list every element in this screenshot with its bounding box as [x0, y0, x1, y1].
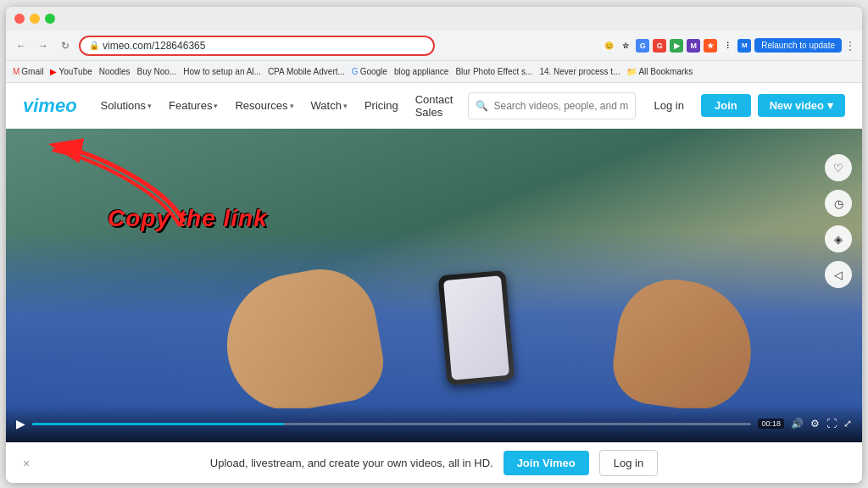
- play-button[interactable]: ▶: [16, 417, 25, 430]
- nav-contact-sales[interactable]: Contact Sales: [409, 90, 460, 122]
- browser-actions: 😊 ☆ G G ▶ M ★ ⋮ M Relaunch to update ⋮: [602, 38, 855, 53]
- ext4[interactable]: M: [687, 39, 700, 53]
- bookmark-blog[interactable]: blog appliance: [394, 67, 449, 76]
- ext3[interactable]: ▶: [670, 39, 683, 53]
- bookmark-youtube[interactable]: ▶ YouTube: [50, 67, 92, 76]
- chevron-down-icon: ▾: [147, 102, 152, 110]
- bookmark-gmail[interactable]: M Gmail: [13, 67, 43, 76]
- ext5[interactable]: ★: [704, 39, 717, 53]
- search-input[interactable]: [493, 100, 627, 112]
- video-sidebar-icons: ♡ ◷ ◈ ◁: [825, 154, 852, 288]
- vimeo-logo[interactable]: vimeo: [23, 95, 77, 117]
- emoji-icon: 😊: [602, 39, 615, 53]
- ext6[interactable]: ⋮: [721, 39, 734, 53]
- nav-solutions[interactable]: Solutions ▾: [94, 96, 159, 115]
- bottom-signup-banner: × Upload, livestream, and create your ow…: [6, 442, 862, 483]
- minimize-window-button[interactable]: [30, 14, 40, 24]
- like-icon-button[interactable]: ♡: [825, 154, 852, 181]
- share-icon-button[interactable]: ◁: [825, 261, 852, 288]
- banner-text-area: Upload, livestream, and create your own …: [210, 450, 658, 476]
- nav-pricing[interactable]: Pricing: [358, 96, 405, 115]
- bookmark-buy[interactable]: Buy Noo...: [136, 67, 176, 76]
- close-window-button[interactable]: [14, 14, 25, 24]
- settings-icon[interactable]: ⚙: [810, 418, 820, 430]
- close-banner-button[interactable]: ×: [23, 457, 30, 470]
- chevron-down-icon: ▾: [290, 102, 294, 110]
- title-bar: [6, 7, 862, 30]
- nav-features[interactable]: Features ▾: [162, 96, 225, 115]
- chevron-down-icon: ▾: [214, 102, 218, 110]
- volume-button[interactable]: 🔊: [791, 418, 804, 430]
- nav-links: Solutions ▾ Features ▾ Resources ▾ Watch…: [94, 90, 460, 122]
- login-button[interactable]: Log in: [644, 94, 694, 117]
- relaunch-menu-icon[interactable]: ⋮: [845, 40, 855, 52]
- ext1[interactable]: G: [636, 39, 649, 53]
- video-controls-bar: ▶ 00:18 🔊 ⚙ ⛶ ⤢: [6, 405, 862, 442]
- video-player[interactable]: Copy the link ♡ ◷ ◈ ◁ ▶ 00:: [6, 129, 862, 442]
- chevron-down-icon: ▾: [343, 102, 348, 110]
- fullscreen-button[interactable]: ⛶: [826, 418, 837, 430]
- bookmark-noodles[interactable]: Noodles: [99, 67, 131, 76]
- bookmarks-bar: M Gmail ▶ YouTube Noodles Buy Noo... How…: [6, 61, 862, 83]
- nav-search-bar[interactable]: 🔍: [468, 92, 635, 119]
- banner-join-vimeo-button[interactable]: Join Vimeo: [504, 451, 589, 475]
- bookmark-all[interactable]: 📁 All Bookmarks: [626, 67, 693, 76]
- new-video-button[interactable]: New video ▾: [758, 94, 845, 117]
- video-progress-bar[interactable]: [32, 423, 751, 425]
- video-progress-fill: [32, 423, 284, 425]
- annotation-arrow: [31, 137, 218, 239]
- bookmark-google[interactable]: G Google: [352, 67, 387, 76]
- lock-icon: 🔒: [89, 41, 99, 50]
- video-time-display: 00:18: [758, 419, 784, 429]
- address-bar[interactable]: 🔒 vimeo.com/128646365: [79, 36, 435, 56]
- relaunch-button[interactable]: Relaunch to update: [754, 38, 842, 53]
- search-icon: 🔍: [476, 100, 488, 112]
- banner-message: Upload, livestream, and create your own …: [210, 457, 493, 469]
- bookmark-blur[interactable]: Blur Photo Effect s...: [455, 67, 532, 76]
- forward-button[interactable]: →: [35, 37, 52, 54]
- browser-window: ← → ↻ 🔒 vimeo.com/128646365 😊 ☆ G G ▶ M …: [6, 7, 862, 483]
- url-text: vimeo.com/128646365: [103, 40, 205, 52]
- join-button[interactable]: Join: [701, 94, 751, 117]
- bookmark-never[interactable]: 14. Never process t...: [539, 67, 620, 76]
- watchlater-icon-button[interactable]: ◷: [825, 190, 852, 217]
- banner-login-button[interactable]: Log in: [599, 450, 658, 476]
- ext7[interactable]: M: [737, 39, 751, 53]
- bookmark-setup[interactable]: How to setup an Al...: [183, 67, 261, 76]
- star-icon[interactable]: ☆: [619, 39, 632, 53]
- collections-icon-button[interactable]: ◈: [825, 225, 852, 252]
- ext2[interactable]: G: [653, 39, 666, 53]
- chevron-down-icon: ▾: [827, 99, 833, 112]
- expand-button[interactable]: ⤢: [843, 418, 852, 430]
- nav-watch[interactable]: Watch ▾: [304, 96, 354, 115]
- maximize-window-button[interactable]: [45, 14, 55, 24]
- vimeo-navbar: vimeo Solutions ▾ Features ▾ Resources ▾…: [6, 83, 862, 129]
- nav-right-actions: Log in Join New video ▾: [644, 94, 845, 117]
- nav-resources[interactable]: Resources ▾: [228, 96, 300, 115]
- bookmark-cpa[interactable]: CPA Mobile Advert...: [268, 67, 345, 76]
- address-bar-row: ← → ↻ 🔒 vimeo.com/128646365 😊 ☆ G G ▶ M …: [6, 30, 862, 61]
- back-button[interactable]: ←: [13, 37, 30, 54]
- reload-button[interactable]: ↻: [57, 37, 74, 54]
